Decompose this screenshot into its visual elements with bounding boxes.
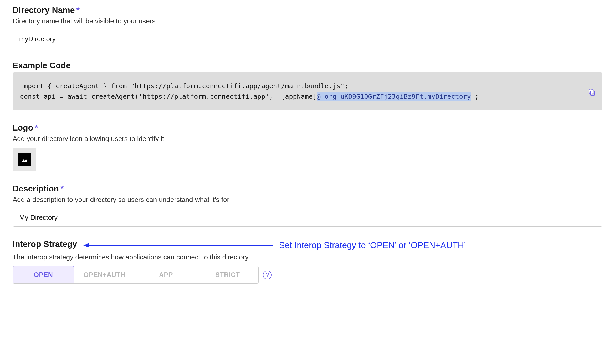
- required-indicator: *: [76, 5, 80, 15]
- interop-strategy-control: OPEN OPEN+AUTH APP STRICT ?: [13, 266, 602, 284]
- logo-description: Add your directory icon allowing users t…: [13, 135, 602, 143]
- code-line-2-pre: const api = await createAgent('https://p…: [20, 93, 317, 100]
- example-code-label: Example Code: [13, 61, 602, 70]
- description-label: Description*: [13, 184, 602, 194]
- directory-name-description: Directory name that will be visible to y…: [13, 17, 602, 25]
- directory-name-label: Directory Name*: [13, 5, 602, 15]
- logo-upload-button[interactable]: [13, 148, 36, 171]
- directory-name-input[interactable]: [13, 30, 602, 48]
- interop-strategy-label: Interop Strategy: [13, 239, 77, 249]
- interop-strategy-section: Interop Strategy Set Interop Strategy to…: [13, 239, 602, 284]
- code-highlight: @_org_uKD9G1QGrZFj23qiBz9Ft.myDirectory: [317, 92, 471, 101]
- example-code-section: Example Code import { createAgent } from…: [13, 61, 602, 110]
- directory-name-section: Directory Name* Directory name that will…: [13, 5, 602, 48]
- interop-strategy-description: The interop strategy determines how appl…: [13, 253, 602, 261]
- code-block: import { createAgent } from "https://pla…: [13, 72, 602, 110]
- segment-strict[interactable]: STRICT: [197, 266, 258, 283]
- logo-label: Logo*: [13, 123, 602, 133]
- code-line-1: import { createAgent } from "https://pla…: [20, 82, 348, 90]
- description-input[interactable]: [13, 209, 602, 227]
- help-icon[interactable]: ?: [263, 271, 272, 279]
- segment-open-auth[interactable]: OPEN+AUTH: [74, 266, 135, 283]
- required-indicator: *: [35, 123, 38, 132]
- label-text: Directory Name: [13, 5, 75, 15]
- svg-marker-5: [83, 243, 89, 247]
- logo-section: Logo* Add your directory icon allowing u…: [13, 123, 602, 171]
- label-text: Logo: [13, 123, 33, 132]
- segments-group: OPEN OPEN+AUTH APP STRICT: [13, 266, 259, 284]
- required-indicator: *: [60, 184, 64, 193]
- description-section: Description* Add a description to your d…: [13, 184, 602, 227]
- interop-header-row: Interop Strategy Set Interop Strategy to…: [13, 239, 602, 251]
- annotation-text: Set Interop Strategy to ‘OPEN’ or ‘OPEN+…: [279, 240, 466, 250]
- label-text: Description: [13, 184, 59, 193]
- copy-icon[interactable]: [564, 78, 596, 110]
- segment-app[interactable]: APP: [135, 266, 197, 283]
- image-placeholder-icon: [18, 153, 31, 166]
- svg-rect-1: [589, 90, 593, 94]
- annotation-arrow-icon: [83, 242, 273, 248]
- code-line-2-post: ';: [471, 93, 479, 100]
- segment-open[interactable]: OPEN: [13, 266, 74, 284]
- description-description: Add a description to your directory so u…: [13, 196, 602, 204]
